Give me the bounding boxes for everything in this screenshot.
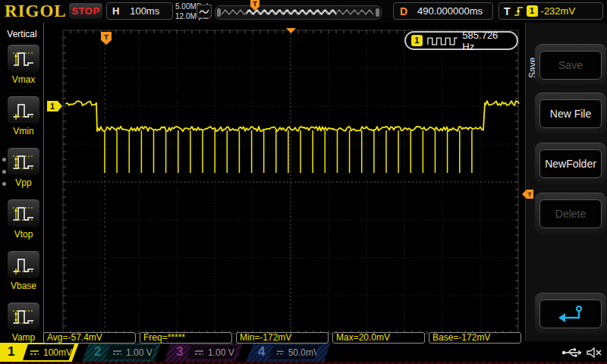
channel-3-status[interactable]: 3 1.00 V [164,343,243,362]
sidebar-title: Vertical [0,29,44,39]
page-indicator-dot [2,170,6,174]
measurement-min[interactable]: Min=-172mV [236,332,329,344]
trigger-box[interactable]: T 1 -232mV [498,2,603,20]
vamp-measure-icon [11,305,36,328]
sidebar-item-vamp[interactable]: Vamp [7,302,40,343]
rising-edge-icon [514,5,524,17]
dc-coupling-icon [30,349,39,356]
softkey-slot: Delete [535,193,606,234]
sidebar-item-vtop[interactable]: Vtop [7,199,40,240]
sidebar-item-label: Vtop [7,229,40,240]
dc-coupling-icon [112,349,122,356]
new-folder-button[interactable]: NewFolder [539,149,602,178]
trigger-markers: 1TT [47,28,533,199]
channel-4-status[interactable]: 4 50.0mV [246,343,331,362]
vertical-measure-sidebar: Vertical Vmax Vmin Vpp Vtop Vbase Vamp [0,23,44,341]
channel-scale: 1.00 V [208,347,234,358]
back-button[interactable] [539,300,602,328]
frequency-counter-badge: 1 585.726 Hz [404,31,518,50]
sidebar-item-label: Vmax [7,74,40,85]
speaker-muted-icon [587,347,602,359]
dc-coupling-icon [276,349,285,356]
save-button[interactable]: Save [539,51,602,80]
page-indicator-dot [2,158,6,162]
measurement-freq[interactable]: Freq=***** [140,332,232,344]
measurement-base[interactable]: Base=-172mV [429,332,521,344]
softkey-slot [535,293,606,334]
sidebar-item-vpp[interactable]: Vpp [7,147,40,188]
sidebar-item-vbase[interactable]: Vbase [7,250,40,291]
sidebar-item-label: Vmin [7,126,40,136]
channel-number: 4 [258,344,265,359]
sidebar-item-label: Vpp [7,177,40,188]
graticule-grid [63,30,518,334]
softkey-menu: Save Save New File NewFolder Delete [525,23,607,341]
new-file-button[interactable]: New File [539,99,602,128]
sidebar-item-label: Vbase [7,281,40,291]
usb-icon [561,347,581,358]
square-wave-icon [426,36,459,46]
measurement-results-bar: Avg=-57.4mV Freq=***** Min=-172mV Max=20… [43,332,521,344]
svg-text:1: 1 [50,102,55,111]
dc-coupling-icon [194,349,204,356]
softkey-slot: Save [535,44,606,85]
vmin-measure-icon [11,99,36,121]
channel-2-status[interactable]: 2 1.00 V [82,343,161,362]
measurement-max[interactable]: Max=20.0mV [332,332,425,344]
timebase-value: 100ms [124,5,172,17]
page-indicator-dot [2,182,6,186]
channel-status-bar: 1 100mV 2 1.00 V 3 [0,343,607,362]
ch1-waveform-spikes [105,130,472,173]
trigger-level-value: -232mV [541,5,576,17]
vmax-measure-icon [11,47,36,70]
sidebar-item-vmin[interactable]: Vmin [7,96,40,136]
vtop-measure-icon [11,202,36,224]
return-arrow-icon [555,304,586,324]
memory-position-bar[interactable] [215,5,382,20]
waveform-mode-icon[interactable] [197,5,212,18]
delay-label: D [394,5,414,17]
horizontal-label: H [107,5,124,17]
svg-text:T: T [104,33,109,41]
channel-scale: 50.0mV [288,347,319,358]
ch1-waveform-trace [66,101,519,131]
delay-box[interactable]: D 490.000000ms [393,2,493,20]
oscilloscope-screen: RIGOL STOP H 100ms 5.00MSa/s 12.0M pts T… [0,0,607,364]
softkey-slot: NewFolder [535,143,606,184]
vpp-measure-icon [11,150,36,173]
freq-counter-channel-chip: 1 [411,35,423,46]
measurement-avg[interactable]: Avg=-57.4mV [43,332,136,344]
header-bar: RIGOL STOP H 100ms 5.00MSa/s 12.0M pts T… [0,0,607,23]
softkey-slot: New File [535,93,606,133]
status-icons [561,345,605,360]
sidebar-item-vmax[interactable]: Vmax [7,44,40,85]
delete-button[interactable]: Delete [539,199,602,228]
channel-number: 2 [94,344,101,359]
vbase-measure-icon [11,253,36,276]
run-state-badge[interactable]: STOP [68,2,103,20]
channel-number: 1 [8,344,14,359]
horizontal-timebase-box[interactable]: H 100ms [106,2,173,20]
waveform-display: 1TT [44,23,536,341]
freq-counter-value: 585.726 Hz [462,30,511,52]
rigol-logo: RIGOL [5,2,67,21]
delay-value: 490.000000ms [414,5,492,17]
sidebar-item-label: Vamp [7,332,40,343]
channel-1-status[interactable]: 1 100mV [0,343,79,362]
channel-number: 3 [176,344,183,359]
channel-scale: 1.00 V [126,347,153,358]
trigger-source-chip: 1 [527,5,538,17]
trigger-label: T [504,5,511,17]
channel-scale: 100mV [43,347,72,358]
